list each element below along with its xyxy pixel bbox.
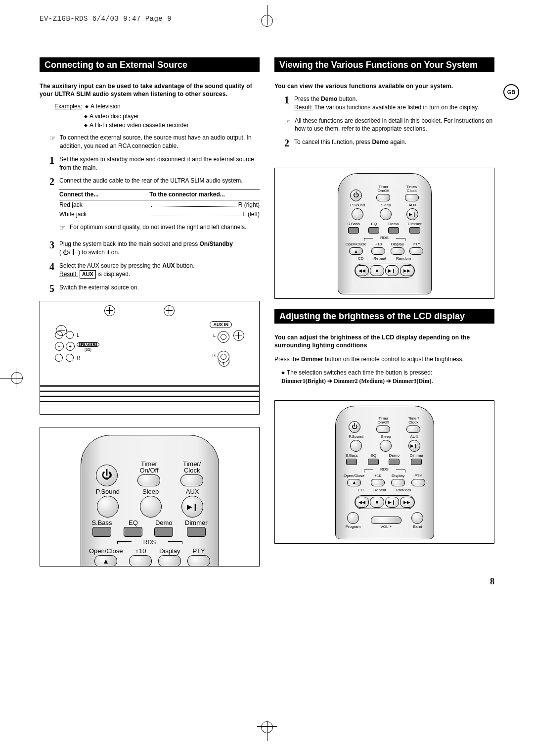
demo-button — [388, 227, 399, 234]
dimmer-sequence: The selection switches each time the but… — [281, 369, 494, 385]
conn-row-red-val: R (right) — [238, 201, 260, 209]
aux-in-label: AUX IN — [210, 321, 232, 328]
transport-controls: ◀◀■▶❙▶▶ — [355, 264, 415, 278]
aux-button: ▶❙ — [406, 208, 418, 220]
rds-bracket: RDS — [81, 539, 219, 546]
demo-button — [389, 459, 400, 465]
aux-socket-l — [218, 331, 229, 343]
dimmer-button — [409, 227, 420, 234]
display-button — [391, 247, 404, 255]
pointer-text: To connect the external source, the sour… — [60, 134, 260, 150]
step-4: 4 Select the AUX source by pressing the … — [44, 262, 260, 279]
timer-onoff-button — [137, 474, 160, 486]
gb-badge: GB — [503, 84, 519, 100]
remote-illustration-small: TimerOn/Off Timer/Clock P.Sound Sleep AU… — [274, 400, 494, 544]
dimmer-instruction: Press the Dimmer button on the remote co… — [274, 355, 494, 364]
step-1: 1 Set the system to standby mode and dis… — [44, 155, 260, 172]
pty-button — [409, 247, 423, 255]
sleep-button — [380, 440, 392, 452]
plus10-button — [371, 479, 385, 486]
remote-illustration-medium: TimerOn/Off Timer/Clock P.Sound Sleep AU… — [274, 168, 494, 299]
dimmer-button — [187, 527, 206, 537]
step-5: 5 Switch the external source on. — [44, 284, 260, 293]
crop-mark-top — [252, 5, 282, 25]
aux-button: ▶❙ — [408, 440, 420, 452]
openclose-button: ▲ — [94, 555, 117, 567]
vol-button — [371, 517, 401, 524]
conn-head-right: To the connector marked... — [149, 190, 260, 199]
demo-button — [154, 527, 173, 537]
view-step-1: 1 Press the Demo button. Result: The var… — [279, 95, 494, 112]
intro-connecting: The auxiliary input can be used to take … — [40, 82, 260, 98]
timer-clock-button — [405, 194, 419, 201]
example-2: A video disc player — [84, 112, 139, 121]
intro-brightness: You can adjust the brightness of the LCD… — [274, 333, 494, 349]
sleep-button — [140, 496, 162, 518]
step-2: 2 Connect the audio cable to the rear of… — [44, 177, 260, 235]
power-button — [96, 465, 118, 486]
view-step-2: 2 To cancel this function, press Demo ag… — [279, 138, 494, 148]
timer-clock-button — [406, 425, 420, 433]
plus10-button — [371, 247, 385, 255]
rds-bracket: RDS — [336, 467, 434, 472]
pointer-icon: ☞ — [59, 224, 66, 233]
page-number: 8 — [40, 576, 494, 587]
examples-row: Examples: A television — [54, 103, 260, 110]
pty-button — [411, 479, 425, 486]
section-title-brightness: Adjusting the brightness of the LCD disp… — [274, 309, 494, 324]
conn-row-white-val: L (left) — [243, 210, 260, 219]
program-button — [347, 512, 359, 524]
section-title-connecting: Connecting to an External Source — [40, 57, 260, 72]
examples-label: Examples: — [54, 103, 82, 110]
conn-row-white-label: White jack — [59, 210, 149, 219]
aux-socket-r — [218, 351, 229, 363]
eq-button — [124, 527, 142, 537]
psound-button — [352, 208, 363, 220]
sleep-button — [380, 208, 392, 220]
aux-button: ▶❙ — [181, 496, 203, 518]
openclose-button: ▲ — [347, 479, 361, 486]
pointer-icon: ☞ — [49, 135, 56, 151]
openclose-button: ▲ — [349, 247, 363, 255]
pointer-icon: ☞ — [284, 118, 291, 135]
intro-viewing: You can view the various functions avail… — [274, 82, 494, 90]
band-button — [411, 512, 423, 524]
power-icon: ⏻/❙ — [63, 249, 76, 256]
plus10-button — [129, 555, 152, 567]
power-button — [349, 421, 360, 433]
psound-button — [97, 496, 119, 518]
pointer-note-rca: ☞ To connect the external source, the so… — [49, 134, 260, 150]
transport-controls: ◀◀■▶❙▶▶ — [355, 495, 415, 509]
step2-note: For optimum sound quality, do not invert… — [70, 223, 246, 232]
psound-button — [350, 440, 362, 452]
speaker-terminals: L −+ SPEAKERS (6Ω) R — [55, 329, 99, 364]
sbass-button — [348, 227, 359, 234]
power-button — [350, 189, 362, 201]
rear-panel-illustration: AUX IN L R L −+ SPEAKERS (6Ω) R — [40, 301, 260, 415]
section-title-viewing: Viewing the Various Functions on Your Sy… — [274, 57, 494, 72]
pty-button — [187, 555, 210, 567]
sbass-button — [92, 527, 111, 537]
eq-button — [368, 227, 379, 234]
sbass-button — [346, 459, 357, 465]
eq-button — [368, 459, 379, 465]
conn-row-red-label: Red jack — [59, 201, 149, 209]
example-1: A television — [85, 103, 121, 110]
dimmer-button — [411, 459, 422, 465]
crop-mark-left — [0, 363, 22, 393]
pointer-note-booklet: ☞ All these functions are described in d… — [284, 117, 494, 134]
remote-illustration-large: TimerOn/Off Timer/Clock P.Sound Sleep AU… — [40, 427, 260, 567]
rds-bracket: RDS — [338, 236, 431, 240]
timer-onoff-button — [376, 194, 390, 201]
display-button — [158, 555, 181, 567]
timer-onoff-button — [376, 425, 390, 433]
aux-result-box: AUX — [80, 270, 96, 279]
display-button — [391, 479, 405, 486]
step-3: 3 Plug the system back into the main soc… — [44, 240, 260, 257]
example-3: A Hi-Fi stereo video cassette recorder — [84, 121, 189, 130]
crop-mark-bottom — [252, 721, 282, 741]
timer-clock-button — [180, 474, 203, 486]
connector-table: Connect the... To the connector marked..… — [59, 189, 260, 219]
conn-head-left: Connect the... — [59, 190, 149, 199]
